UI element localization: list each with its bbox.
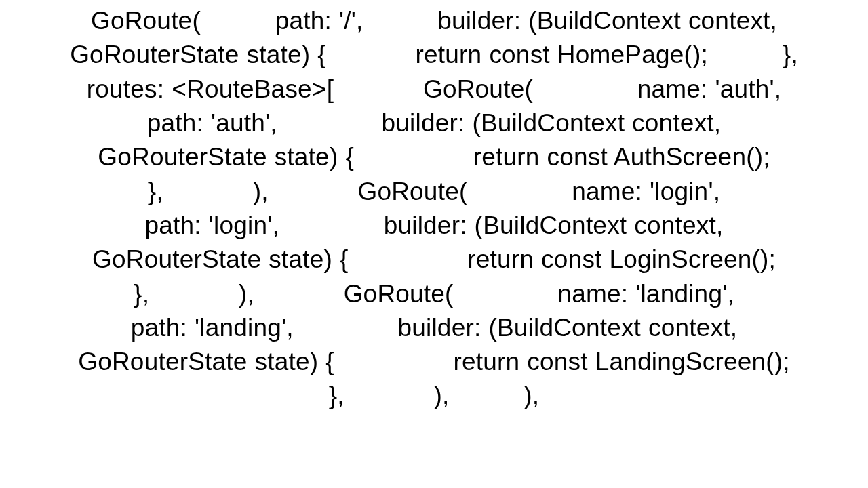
code-snippet: GoRoute( path: '/', builder: (BuildConte… — [68, 0, 800, 413]
code-text: GoRoute( path: '/', builder: (BuildConte… — [70, 7, 868, 409]
